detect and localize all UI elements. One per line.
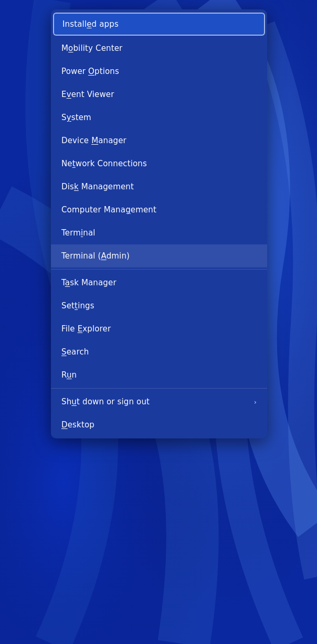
menu-item-shut-down[interactable]: Shut down or sign out › [51,390,267,413]
menu-item-event-viewer[interactable]: Event Viewer [51,83,267,106]
menu-item-device-manager[interactable]: Device Manager [51,129,267,152]
menu-item-label: Network Connections [61,159,147,168]
menu-item-label: Device Manager [61,136,126,145]
menu-item-terminal[interactable]: Terminal [51,221,267,244]
menu-item-power-options[interactable]: Power Options [51,60,267,83]
menu-item-run[interactable]: Run [51,363,267,387]
menu-item-installed-apps[interactable]: Installed apps [53,13,265,36]
menu-item-label: Task Manager [61,278,117,287]
menu-item-label: Search [61,347,89,357]
menu-item-label: Terminal [61,228,96,238]
menu-item-label: Terminal (Admin) [61,251,130,261]
menu-item-label: Settings [61,301,94,310]
menu-item-settings[interactable]: Settings [51,294,267,317]
menu-item-label: Installed apps [62,19,119,29]
menu-item-label: System [61,113,91,122]
context-menu: Installed apps Mobility Center Power Opt… [51,9,267,438]
menu-item-task-manager[interactable]: Task Manager [51,271,267,294]
menu-item-label: Mobility Center [61,44,122,53]
menu-item-disk-management[interactable]: Disk Management [51,175,267,198]
menu-item-label: Run [61,370,77,380]
menu-item-label: Event Viewer [61,90,114,99]
menu-item-mobility-center[interactable]: Mobility Center [51,37,267,60]
menu-item-label: Shut down or sign out [61,397,150,406]
menu-item-label: Computer Management [61,205,156,214]
menu-item-network-connections[interactable]: Network Connections [51,152,267,175]
menu-item-label: Disk Management [61,182,134,191]
menu-item-label: Power Options [61,67,119,76]
menu-item-terminal-admin[interactable]: Terminal (Admin) [51,244,267,267]
menu-item-file-explorer[interactable]: File Explorer [51,317,267,340]
menu-item-label: Desktop [61,420,94,430]
menu-item-search[interactable]: Search [51,340,267,363]
chevron-right-icon: › [254,398,257,406]
separator-2 [51,388,267,389]
separator-1 [51,269,267,270]
menu-item-system[interactable]: System [51,106,267,129]
menu-item-label: File Explorer [61,324,111,334]
menu-item-computer-management[interactable]: Computer Management [51,198,267,221]
menu-item-desktop[interactable]: Desktop [51,413,267,436]
